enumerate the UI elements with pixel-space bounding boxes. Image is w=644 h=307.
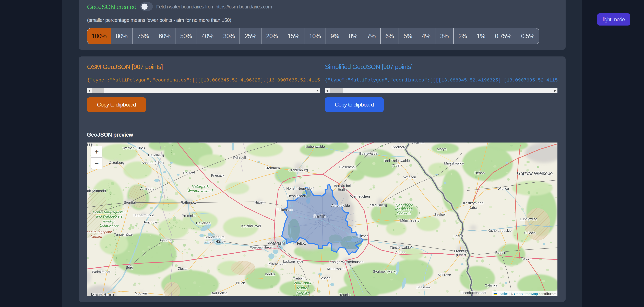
svg-text:Magdeburg: Magdeburg	[91, 292, 114, 296]
svg-text:Nieplitz: Nieplitz	[296, 291, 309, 295]
svg-text:Brück: Brück	[236, 281, 245, 285]
svg-text:Berlin: Berlin	[314, 214, 326, 219]
svg-text:Beelitz: Beelitz	[265, 272, 275, 276]
svg-text:Arneburg: Arneburg	[140, 186, 155, 190]
svg-text:Odrą: Odrą	[470, 206, 477, 210]
svg-text:Oderberg: Oderberg	[392, 145, 406, 149]
svg-text:Hennigsdorf: Hennigsdorf	[287, 194, 306, 198]
svg-text:Stendal: Stendal	[124, 200, 136, 204]
svg-text:Müllrose: Müllrose	[438, 273, 451, 277]
svg-text:Fehrbellin: Fehrbellin	[233, 156, 248, 160]
svg-text:Rhinow: Rhinow	[183, 171, 195, 175]
svg-text:und Waldgebiete: und Waldgebiete	[96, 214, 122, 218]
svg-text:penübungsplatz: penübungsplatz	[87, 230, 112, 234]
svg-text:Genthin: Genthin	[160, 238, 172, 242]
svg-text:Dębno: Dębno	[474, 171, 485, 175]
svg-text:Osterburg: Osterburg	[109, 160, 124, 164]
svg-text:Strausberg: Strausberg	[370, 203, 387, 207]
svg-text:ark (Altmark): ark (Altmark)	[87, 189, 106, 193]
svg-text:Berlin: Berlin	[338, 188, 347, 192]
svg-text:Spree: Spree	[396, 250, 406, 254]
svg-text:Biesenthal: Biesenthal	[339, 165, 356, 169]
svg-text:Westhavelland: Westhavelland	[187, 189, 213, 193]
svg-text:Ketzin/Havel: Ketzin/Havel	[241, 224, 261, 228]
svg-text:Tangermünde: Tangermünde	[133, 213, 154, 217]
svg-text:Cybinka: Cybinka	[485, 283, 498, 287]
svg-text:Teltow: Teltow	[296, 242, 306, 245]
svg-text:Teupitz: Teupitz	[340, 293, 350, 296]
svg-text:Brandenburg: Brandenburg	[204, 235, 224, 239]
svg-text:Torzym: Torzym	[521, 256, 532, 260]
svg-text:Hohen Neuendorf: Hohen Neuendorf	[286, 186, 314, 190]
svg-text:Trebbin: Trebbin	[293, 276, 304, 280]
svg-text:Schweiz: Schweiz	[397, 211, 411, 215]
svg-text:Erkner: Erkner	[358, 234, 368, 238]
svg-text:Gorzów Wielkopo: Gorzów Wielkopo	[517, 171, 553, 176]
svg-text:Cedynia: Cedynia	[412, 142, 424, 144]
svg-text:Bernau bei: Bernau bei	[334, 184, 351, 188]
svg-text:Nauen: Nauen	[254, 200, 265, 204]
svg-text:Königs Wusterhausen: Königs Wusterhausen	[330, 260, 364, 264]
svg-text:Wriezen: Wriezen	[403, 175, 416, 179]
svg-text:Frankfurt: Frankfurt	[454, 249, 468, 253]
svg-text:an der Havel: an der Havel	[205, 240, 224, 244]
svg-text:Falkensee: Falkensee	[276, 208, 292, 212]
svg-text:Lubniewice: Lubniewice	[520, 217, 537, 221]
svg-text:Eberswalde: Eberswalde	[359, 152, 378, 155]
svg-text:Friesack: Friesack	[211, 174, 224, 177]
svg-text:Werben (Elbe): Werben (Elbe)	[122, 146, 145, 150]
svg-text:Sulęcin: Sulęcin	[524, 231, 536, 235]
svg-text:Uchtspringe: Uchtspringe	[100, 224, 119, 228]
svg-text:Sandau (Elbe): Sandau (Elbe)	[142, 161, 164, 165]
svg-text:Ahrensfelde: Ahrensfelde	[331, 204, 350, 208]
svg-text:(Oder): (Oder)	[456, 253, 466, 257]
svg-text:Liebenwalde: Liebenwalde	[305, 144, 325, 148]
svg-text:Havelberg: Havelberg	[148, 153, 164, 157]
svg-text:Dosse: Dosse	[198, 142, 208, 143]
svg-text:Witnica: Witnica	[498, 186, 509, 190]
svg-text:Mittenwalde: Mittenwalde	[327, 267, 346, 271]
svg-text:Lebus: Lebus	[454, 234, 463, 238]
svg-text:Havelsee: Havelsee	[196, 221, 210, 225]
svg-text:Potsdam: Potsdam	[267, 241, 285, 246]
svg-text:Burg: Burg	[126, 266, 133, 269]
svg-text:Möckern: Möckern	[135, 291, 148, 295]
svg-text:Naturpark: Naturpark	[294, 281, 312, 285]
svg-text:Naturpark: Naturpark	[192, 184, 209, 189]
svg-text:Nuthe-: Nuthe-	[297, 286, 308, 290]
svg-text:Oranienburg: Oranienburg	[288, 168, 308, 172]
svg-text:Tangerhütte: Tangerhütte	[114, 232, 133, 236]
svg-text:(Oder): (Oder)	[392, 163, 402, 167]
svg-text:Altmark: Altmark	[90, 234, 102, 238]
svg-text:Ośno Lubuskie: Ośno Lubuskie	[488, 228, 512, 232]
svg-text:Seelow: Seelow	[434, 212, 446, 216]
svg-text:Müncheberg: Müncheberg	[400, 218, 420, 222]
svg-text:Eisenhüttenstadt: Eisenhüttenstadt	[460, 291, 486, 295]
svg-text:Mieszkowice: Mieszkowice	[444, 161, 464, 165]
svg-text:Ludwigsfelde: Ludwigsfelde	[283, 259, 303, 263]
svg-text:Uchte-Tangerquellen: Uchte-Tangerquellen	[93, 210, 126, 214]
svg-text:Beeskow: Beeskow	[416, 285, 430, 289]
svg-text:Moryń: Moryń	[437, 147, 446, 151]
svg-text:Bad Freienwalde: Bad Freienwalde	[384, 159, 410, 163]
svg-text:Bad Belzig: Bad Belzig	[211, 291, 227, 295]
svg-text:Rzepin: Rzepin	[495, 250, 506, 254]
svg-text:Kostrzyn nad: Kostrzyn nad	[463, 201, 484, 205]
svg-text:Ziesar: Ziesar	[178, 266, 188, 270]
svg-text:nordlich: nordlich	[103, 219, 116, 223]
svg-text:Jerichow: Jerichow	[143, 220, 157, 224]
svg-text:Storkow (Mark): Storkow (Mark)	[373, 270, 396, 273]
svg-text:Wolmirstedt: Wolmirstedt	[92, 270, 110, 274]
svg-text:Rathenow: Rathenow	[181, 200, 196, 204]
svg-text:Kremmen: Kremmen	[265, 166, 280, 170]
svg-text:Fürstenwalde/: Fürstenwalde/	[390, 246, 412, 250]
svg-text:Premnitz: Premnitz	[182, 214, 196, 218]
svg-text:ossen: ossen	[321, 276, 330, 280]
svg-text:Werneuchen: Werneuchen	[350, 194, 370, 198]
